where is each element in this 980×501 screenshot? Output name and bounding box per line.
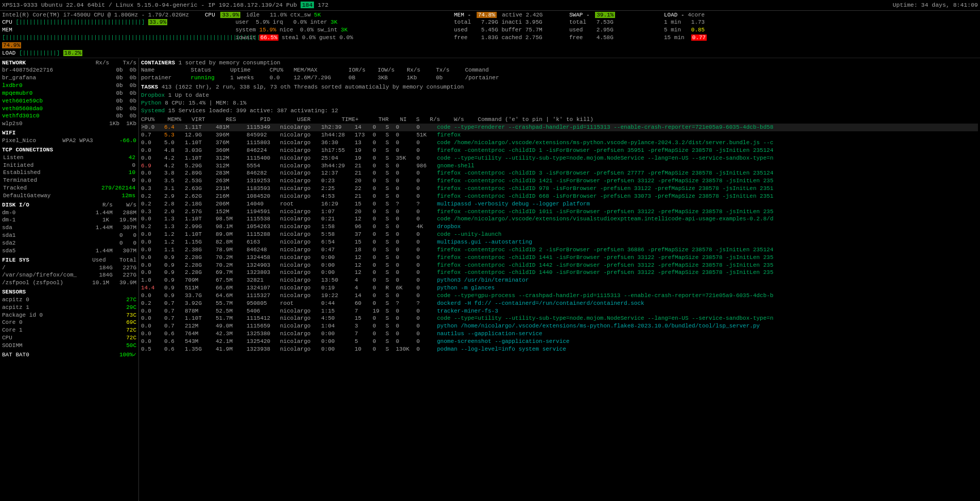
disk-row: dm-01.44M 288M [2, 209, 136, 217]
table-row: 1.0 0.9 709M 67.5M 32821 nicolargo 13:50… [141, 277, 978, 284]
table-row: 0.5 0.6 1.35G 41.9M 1323938 nicolargo 0:… [141, 345, 978, 353]
table-row: 0.3 2.0 2.57G 152M 1194591 nicolargo 1:0… [141, 208, 978, 216]
fs-row: /184G 227G [2, 264, 136, 272]
table-row: 0.2 1.3 2.99G 98.1M 1054263 nicolargo 1:… [141, 223, 978, 231]
sensor-row: acpitz 027C [2, 296, 136, 304]
tcp-listen: Listen 42 [2, 154, 136, 162]
load-stats: LOAD - 4core 1 min 1.73 5 min 0.85 15 mi… [664, 11, 736, 42]
sensors-section: SENSORS acpitz 027Cacpitz 129CPackage id… [2, 288, 136, 350]
table-row: 0.2 2.8 2.18G 206M 14040 root 16:29 15 0… [141, 200, 978, 208]
network-row: wlp2s01Kb 1Kb [2, 120, 136, 128]
tcp-tracked: Tracked 279/262144 [2, 184, 136, 192]
network-row: veth05608da00b 0b [2, 105, 136, 113]
network-row: br-40875d2e27160b 0b [2, 66, 136, 74]
disk-row: sda20 0 [2, 239, 136, 247]
table-row: 0.0 0.9 2.28G 70.2M 1324903 nicolargo 0:… [141, 262, 978, 269]
table-row: 0.0 0.7 878M 52.5M 5406 nicolargo 1:15 7… [141, 307, 978, 315]
tcp-table: Listen 42 Initiated 0 Established 10 Ter… [2, 154, 136, 200]
swap-stats: SWAP - 39.1% total 7.53G used 2.95G free… [569, 11, 662, 42]
title-right: Uptime: 34 days, 8:41:09 [892, 1, 978, 9]
table-row: 0.2 0.7 3.92G 55.7M 950805 root 0:44 60 … [141, 300, 978, 307]
table-row: 0.0 0.7 212M 49.0M 1115659 nicolargo 1:0… [141, 322, 978, 330]
table-row: 0.2 2.9 2.62G 216M 1084520 nicolargo 4:5… [141, 193, 978, 200]
table-row: 0.0 3.8 2.89G 283M 846282 nicolargo 12:3… [141, 169, 978, 177]
table-row: 0.0 0.9 2.28G 70.2M 1324458 nicolargo 0:… [141, 254, 978, 262]
wifi-name: Pixel_Nico [2, 137, 36, 145]
title-bar: XPS13-9333 Ubuntu 22.04 64bit / Linux 5.… [0, 0, 980, 11]
cpu-stats: CPU 33.9% idle 11.0% ctx_sw 5K user 5.9%… [205, 11, 452, 42]
tcp-established: Established 10 [2, 169, 136, 177]
load-bar-line: LOAD [||||||||||] 18.2% [2, 49, 203, 57]
disk-row: sda1.44M 307M [2, 224, 136, 232]
sensor-row: Core 172C [2, 326, 136, 334]
tcp-gateway: DefaultGateway 12ms [2, 192, 136, 200]
wifi-security: WPA2 WPA3 [62, 137, 93, 145]
dropbox-row: Dropbox 1 Up to date [141, 92, 978, 99]
network-row: vethfd301c00b 0b [2, 112, 136, 120]
table-row: 0.7 5.3 12.9G 396M 845992 nicolargo 1h44… [141, 131, 978, 139]
systemd-row: Systemd 15 Services loaded: 399 active: … [141, 107, 978, 115]
disk-header: DISK I/O R/s W/s [2, 201, 136, 209]
tasks-section: TASKS 413 (1622 thr), 2 run, 338 slp, 73… [141, 83, 978, 91]
table-row: 0.0 0.9 2.28G 69.7M 1323803 nicolargo 0:… [141, 269, 978, 277]
sensor-row: acpitz 129C [2, 304, 136, 312]
network-section: NETWORK Rx/s Tx/s br-40875d2e27160b 0bbr… [2, 59, 136, 128]
table-row: 0.3 3.1 2.63G 231M 1183593 nicolargo 2:2… [141, 185, 978, 193]
cpu-bar-line: CPU [|||||||||||||||||||||||||||||||||||… [2, 19, 203, 26]
disk-section: DISK I/O R/s W/s dm-01.44M 288Mdm-11K 19… [2, 201, 136, 255]
network-row: mpqemubr00b 0b [2, 90, 136, 97]
network-row: veth601e59cb0b 0b [2, 97, 136, 105]
apps-section: Dropbox 1 Up to date Python 8 CPU: 15.4%… [141, 92, 978, 115]
main-layout: NETWORK Rx/s Tx/s br-40875d2e27160b 0bbr… [0, 58, 980, 501]
tcp-initiated: Initiated 0 [2, 162, 136, 169]
table-row: 0.0 1.3 1.10T 98.5M 1115538 nicolargo 0:… [141, 215, 978, 223]
containers-header: CONTAINERS 1 sorted by memory consumptio… [141, 59, 978, 67]
disk-row: sda10 0 [2, 232, 136, 239]
network-header: NETWORK Rx/s Tx/s [2, 59, 136, 67]
tcp-section: TCP CONNECTIONS Listen 42 Initiated 0 Es… [2, 146, 136, 200]
mem-bar-line: MEM [|||||||||||||||||||||||||||||||||||… [2, 26, 203, 49]
disk-row: dm-11K 19.5M [2, 216, 136, 224]
containers-section: CONTAINERS 1 sorted by memory consumptio… [141, 59, 978, 82]
table-row: 0.0 5.0 1.10T 376M 1115803 nicolargo 36:… [141, 139, 978, 147]
table-row: 0.0 0.9 33.7G 64.6M 1115327 nicolargo 19… [141, 292, 978, 300]
table-row: 0.0 4.2 1.10T 312M 1115400 nicolargo 25:… [141, 154, 978, 162]
table-row: 0.0 0.7 1.10T 51.7M 1115412 nicolargo 4:… [141, 315, 978, 322]
disk-rows: dm-01.44M 288Mdm-11K 19.5Msda1.44M 307Ms… [2, 209, 136, 255]
bars-row: Intel(R) Core(TM) i7-4500U CPU @ 1.80GHz… [0, 11, 980, 58]
sensor-row: CPU72C [2, 334, 136, 342]
process-rows: >0.0 6.4 1.11T 481M 1115349 nicolargo 1h… [141, 124, 978, 353]
python-row: Python 8 CPU: 15.4% | MEM: 8.1% [141, 99, 978, 107]
sensor-row: Core 069C [2, 319, 136, 326]
table-row: 0.0 0.6 764M 42.3M 1325380 nicolargo 0:0… [141, 330, 978, 338]
sensor-rows: acpitz 027Cacpitz 129CPackage id 073CCor… [2, 296, 136, 350]
left-panel: NETWORK Rx/s Tx/s br-40875d2e27160b 0bbr… [0, 58, 139, 501]
cpu-info-line: Intel(R) Core(TM) i7-4500U CPU @ 1.80GHz… [2, 11, 203, 19]
right-panel: CONTAINERS 1 sorted by memory consumptio… [139, 58, 980, 501]
network-rows: br-40875d2e27160b 0bbr_grafana0b 0blxdbr… [2, 66, 136, 128]
fs-row: /var/snap/firefox/com_184G 227G [2, 271, 136, 279]
table-row: 0.0 4.8 3.03G 360M 846224 nicolargo 1h17… [141, 147, 978, 154]
table-row: 0.0 1.1 2.38G 78.9M 846248 nicolargo 0:4… [141, 246, 978, 254]
wifi-row: Pixel_Nico WPA2 WPA3 -66.0 [2, 137, 136, 145]
network-row: lxdbr00b 0b [2, 82, 136, 90]
container-row-portainer: portainer running 1 weeks 0.0 12.6M/7.29… [141, 74, 978, 82]
fs-header: FILE SYS Used Total [2, 256, 136, 264]
fs-row: /zsfpool (zsfpool)10.1M 39.9M [2, 279, 136, 287]
ip-highlight: 184 [301, 2, 314, 8]
filesystem-section: FILE SYS Used Total /184G 227G/var/snap/… [2, 256, 136, 287]
wifi-section: WIFI Pixel_Nico WPA2 WPA3 -66.0 [2, 129, 136, 145]
sensor-row: Package id 073C [2, 312, 136, 319]
title-left: XPS13-9333 Ubuntu 22.04 64bit / Linux 5.… [2, 1, 328, 9]
table-row: 0.0 1.2 1.10T 89.0M 1115288 nicolargo 5:… [141, 231, 978, 238]
table-row: 0.0 1.2 1.15G 82.8M 6163 nicolargo 6:54 … [141, 238, 978, 246]
network-row: br_grafana0b 0b [2, 74, 136, 82]
table-row: 0.0 3.5 2.53G 263M 1319253 nicolargo 0:2… [141, 177, 978, 185]
containers-cols: Name Status Uptime CPU% MEM/MAX IOR/s IO… [141, 66, 978, 74]
tcp-terminated: Terminated 0 [2, 177, 136, 184]
table-row: >0.0 6.4 1.11T 481M 1115349 nicolargo 1h… [141, 124, 978, 131]
table-row: 0.0 0.6 543M 42.1M 1325420 nicolargo 0:0… [141, 338, 978, 345]
cpu-section: Intel(R) Core(TM) i7-4500U CPU @ 1.80GHz… [2, 11, 203, 57]
fs-rows: /184G 227G/var/snap/firefox/com_184G 227… [2, 264, 136, 287]
battery-section: BAT BAT0 100%✓ [2, 351, 136, 359]
